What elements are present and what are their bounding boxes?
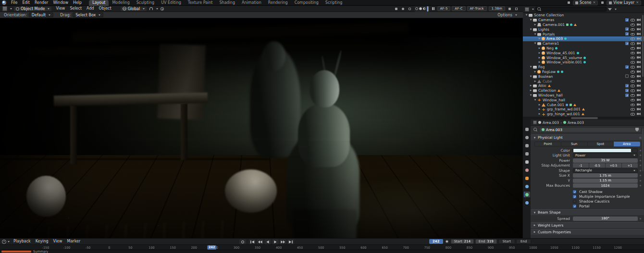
camera-view-icon[interactable] (507, 6, 512, 11)
animate-decorator-icon[interactable] (640, 155, 641, 156)
hide-in-viewport-icon[interactable] (631, 18, 635, 22)
expand-toggle-icon[interactable]: ▾ (529, 74, 533, 79)
expand-toggle-icon[interactable]: ▸ (537, 112, 542, 116)
disable-in-renders-icon[interactable] (637, 42, 641, 45)
properties-tab-constraints[interactable] (524, 183, 530, 189)
light-type-sun[interactable]: Sun (561, 142, 588, 146)
timeline-menu-view[interactable]: View (51, 239, 65, 244)
search-icon[interactable] (533, 128, 537, 132)
range-button-end[interactable]: End (516, 239, 531, 244)
properties-scrollbar[interactable] (642, 128, 644, 171)
disable-in-renders-icon[interactable] (637, 70, 641, 73)
expand-toggle-icon[interactable]: ▾ (529, 18, 533, 22)
disable-in-renders-icon[interactable] (637, 84, 641, 87)
clock-icon[interactable] (2, 240, 6, 244)
portal-checkbox[interactable] (573, 205, 576, 208)
editor-type-icon[interactable] (525, 7, 529, 12)
show-gizmos-icon[interactable] (394, 6, 399, 11)
power-field[interactable]: 35 W (573, 158, 638, 163)
transform-orientation-dropdown[interactable]: Global (120, 6, 148, 12)
hide-in-viewport-icon[interactable] (631, 42, 635, 45)
disable-in-renders-icon[interactable] (637, 65, 641, 68)
exclude-checkbox[interactable] (625, 27, 629, 31)
shading-solid-button[interactable] (419, 7, 422, 10)
outliner[interactable]: ▾Scene Collection▾Cameras▸Camera.001▾Lig… (523, 13, 644, 117)
disable-in-renders-icon[interactable] (637, 112, 641, 115)
workspace-tab-texture-paint[interactable]: Texture Paint (185, 0, 216, 6)
properties-tab-object-data[interactable] (524, 192, 530, 197)
properties-tab-tool[interactable] (524, 126, 530, 132)
current-frame-field[interactable]: 242 (429, 239, 443, 244)
button-af-c[interactable]: AF-C (452, 6, 465, 11)
outliner-row-window-visible-001[interactable]: ▸Window_visible.001 (523, 60, 644, 65)
disable-in-renders-icon[interactable] (637, 56, 641, 59)
blender-logo-icon[interactable] (2, 0, 6, 5)
expand-toggle-icon[interactable]: ▸ (537, 51, 542, 55)
button-1[interactable]: +1 (622, 163, 638, 168)
expand-toggle-icon[interactable]: ▾ (529, 65, 533, 69)
light-type-area[interactable]: Area (614, 142, 640, 146)
shape-dropdown[interactable]: Rectangle (573, 169, 638, 173)
disable-in-renders-icon[interactable] (637, 75, 641, 78)
disable-in-renders-icon[interactable] (637, 108, 641, 110)
animate-decorator-icon[interactable] (640, 175, 641, 176)
jump-to-start-button[interactable] (249, 239, 256, 244)
render-region-icon[interactable] (514, 6, 519, 11)
outliner-row-neg[interactable]: ▸Neg (523, 46, 644, 51)
hide-in-viewport-icon[interactable] (631, 60, 635, 64)
workspace-tab-rendering[interactable]: Rendering (265, 0, 291, 6)
mode-dropdown[interactable]: Object Mode (13, 6, 52, 12)
section-weight-layers[interactable]: ▸Weight Layers (531, 222, 644, 228)
max-bounces-field[interactable]: 1024 (573, 183, 638, 188)
expand-toggle-icon[interactable]: ▸ (529, 84, 533, 88)
timeline-ruler[interactable]: -150-100-5005010015020025030035040045050… (0, 244, 644, 250)
section-physical-light[interactable]: ▾ Physical Light (531, 134, 644, 140)
browse-view-layer-icon[interactable] (600, 0, 605, 5)
menu-render[interactable]: Render (32, 0, 50, 6)
section-beam-shape[interactable]: ▾ Beam Shape (531, 209, 644, 215)
animate-decorator-icon[interactable] (640, 160, 641, 161)
hide-in-viewport-icon[interactable] (631, 98, 635, 101)
hide-in-viewport-icon[interactable] (631, 47, 635, 50)
expand-toggle-icon[interactable]: ▾ (533, 98, 537, 102)
exclude-checkbox[interactable] (625, 42, 629, 45)
outliner-row-boolean[interactable]: ▾Boolean (523, 74, 644, 79)
keying-set-icon[interactable] (445, 239, 449, 244)
outliner-scrollbar[interactable] (642, 15, 644, 115)
viewport-menu-object[interactable]: Object (97, 6, 114, 12)
expand-toggle-icon[interactable]: ▾ (533, 32, 537, 36)
focus-distance-field[interactable]: 1.38m (489, 6, 505, 11)
cast-shadow-checkbox[interactable] (573, 190, 576, 193)
outliner-row-window-45-001[interactable]: ▸Window_45.001 (523, 50, 644, 55)
menu-window[interactable]: Window (50, 0, 71, 6)
multiple-importance-sample-checkbox[interactable] (573, 195, 576, 198)
fake-user-shield-icon[interactable] (635, 128, 639, 132)
outliner-row-camera-001[interactable]: ▸Camera.001 (523, 23, 644, 27)
exclude-checkbox[interactable] (625, 32, 629, 36)
exclude-checkbox[interactable] (625, 84, 629, 87)
properties-tab-world[interactable] (524, 167, 530, 173)
timeline-menu-marker[interactable]: Marker (65, 239, 83, 244)
eyedropper-icon[interactable] (632, 148, 638, 153)
options-label[interactable]: Options (497, 13, 512, 17)
outliner-row-camera1[interactable]: ▾Camera1 (523, 41, 644, 46)
range-button-start[interactable]: Start (498, 239, 515, 244)
expand-toggle-icon[interactable]: ▾ (529, 27, 533, 32)
disable-in-renders-icon[interactable] (637, 94, 641, 96)
editor-type-icon[interactable] (533, 120, 537, 124)
hide-in-viewport-icon[interactable] (631, 51, 635, 54)
workspace-tab-shading[interactable]: Shading (216, 0, 238, 6)
hide-in-viewport-icon[interactable] (631, 37, 635, 40)
hide-in-viewport-icon[interactable] (631, 65, 635, 69)
expand-toggle-icon[interactable]: ▸ (533, 79, 537, 84)
hide-in-viewport-icon[interactable] (631, 84, 635, 87)
outliner-row-portals[interactable]: ▾Portals (523, 32, 644, 36)
properties-tab-object[interactable] (524, 175, 530, 181)
hide-in-viewport-icon[interactable] (631, 27, 635, 31)
checkbox-row-multiple-importance-sample[interactable]: Multiple Importance Sample (531, 194, 644, 199)
viewport-menu-view[interactable]: View (53, 6, 67, 12)
outliner-row-lights[interactable]: ▾Lights (523, 27, 644, 32)
hide-in-viewport-icon[interactable] (631, 89, 635, 92)
shading-wireframe-button[interactable] (415, 7, 418, 10)
hide-in-viewport-icon[interactable] (631, 70, 635, 73)
